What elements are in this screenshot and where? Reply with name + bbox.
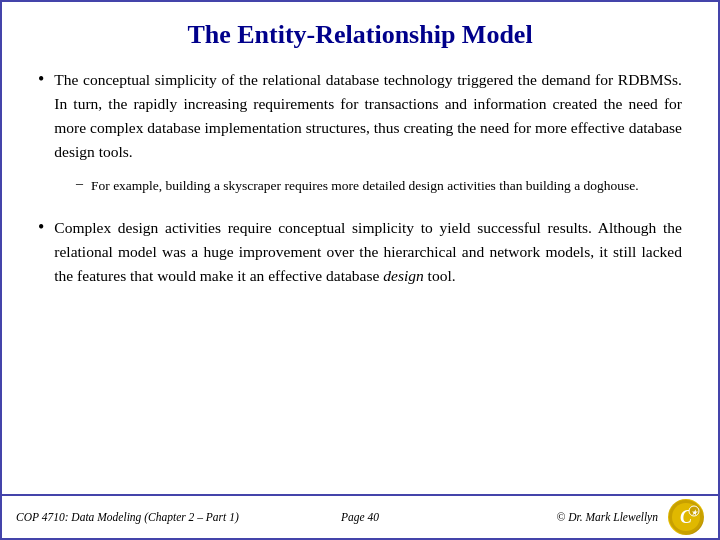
slide: The Entity-Relationship Model • The conc… [0,0,720,540]
bullet-section-2: • Complex design activities require conc… [38,216,682,300]
slide-footer: COP 4710: Data Modeling (Chapter 2 – Par… [2,494,718,538]
footer-left: COP 4710: Data Modeling (Chapter 2 – Par… [16,511,245,523]
footer-logo: C ★ [668,499,704,535]
slide-title: The Entity-Relationship Model [38,20,682,50]
bullet-item-2: • Complex design activities require conc… [38,216,682,288]
slide-content: The Entity-Relationship Model • The conc… [2,2,718,494]
bullet-text-2: Complex design activities require concep… [54,216,682,288]
bullet-dot-2: • [38,217,44,238]
bullet2-part1: Complex design activities require concep… [54,219,682,284]
bullet-text-1: The conceptual simplicity of the relatio… [54,68,682,164]
bullet-dot-1: • [38,69,44,90]
sub-bullet-1: – For example, building a skyscraper req… [76,176,682,196]
footer-center: Page 40 [245,511,474,523]
bullet2-italic: design [383,267,423,284]
logo-svg: C ★ [668,499,704,535]
footer-right: © Dr. Mark Llewellyn C ★ [475,499,704,535]
bullet-section-1: • The conceptual simplicity of the relat… [38,68,682,202]
sub-bullet-text-1: For example, building a skyscraper requi… [91,176,639,196]
bullet-item-1: • The conceptual simplicity of the relat… [38,68,682,164]
footer-copyright: © Dr. Mark Llewellyn [557,511,658,523]
bullet2-part2: tool. [424,267,456,284]
sub-bullet-dash-1: – [76,176,83,192]
